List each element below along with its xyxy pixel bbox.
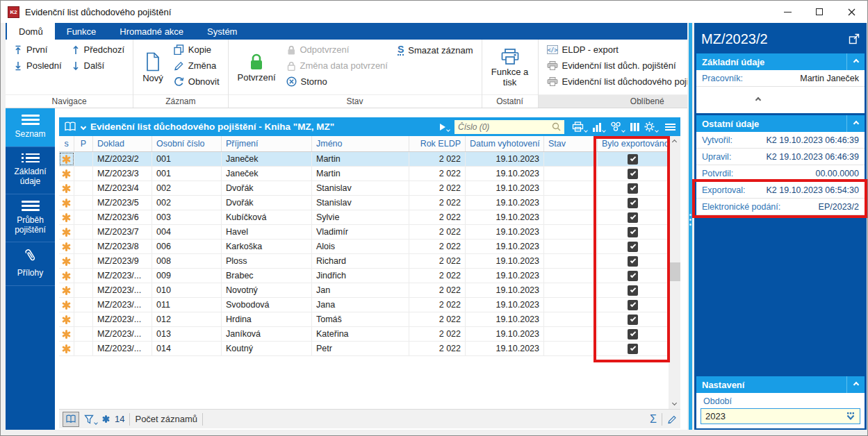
run-filter-button[interactable] [440,123,450,131]
section-header-zakladni-udaje[interactable]: Základní údaje [696,53,865,70]
checkbox-checked[interactable] [628,315,638,325]
table-row[interactable]: MZ/2023/...010NovotnýJan2 02219.10.2023 [59,283,669,298]
scroll-thumb[interactable] [669,262,680,281]
tab-hromadne-akce[interactable]: Hromadné akce [108,23,195,40]
checkbox-checked[interactable] [628,344,638,354]
section-header-ostatni-udaje[interactable]: Ostatní údaje [696,115,865,132]
table-row[interactable]: MZ/2023/...009BrabecJindřich2 02219.10.2… [59,269,669,283]
field-label[interactable]: Exportoval: [702,185,746,195]
field-label[interactable]: Elektronické podání: [702,202,780,212]
table-row[interactable]: MZ/2023/9008PlossRichard2 02219.10.2023 [59,254,669,269]
scroll-down-button[interactable] [669,397,680,409]
scroll-up-button[interactable] [669,136,680,148]
tab-domu[interactable]: Domů [7,23,55,40]
field-label[interactable]: Upravil: [702,152,731,162]
field-label[interactable]: Pracovník: [702,74,743,83]
first-button[interactable]: První [9,42,67,58]
column-header-6[interactable]: Jméno [312,136,409,151]
maximize-button[interactable] [803,1,835,23]
checkbox-checked[interactable] [628,169,638,179]
collapse-section-button[interactable] [846,115,865,132]
panel-splitter[interactable] [687,23,694,430]
field-label[interactable]: Vytvořil: [702,135,732,145]
table-row[interactable]: MZ/2023/7004HavelVladimír2 02219.10.2023 [59,225,669,240]
sidebar-item-prubeh-pojisteni[interactable]: Průběh pojištění [6,194,55,243]
filter-button[interactable] [84,414,97,424]
checkbox-checked[interactable] [628,227,638,237]
confirm-button[interactable]: Potvrzení [232,42,281,94]
table-cell: 2 022 [409,181,466,195]
column-header-9[interactable]: Stav [544,136,598,151]
tab-funkce[interactable]: Funkce [55,23,108,40]
table-row[interactable]: MZ/2023/3001JanečekMartin2 02219.10.2023 [59,167,669,181]
table-row[interactable]: MZ/2023/...014KoutnýPetr2 02219.10.2023 [59,342,669,356]
column-header-5[interactable]: Příjmení [222,136,312,151]
sidebar-item-zakladni-udaje[interactable]: Základní údaje [6,147,55,194]
chevron-down-icon[interactable] [81,124,86,129]
edit-pencil-button[interactable] [667,414,677,424]
section-header-nastaveni[interactable]: Nastavení [696,376,865,393]
open-in-window-icon[interactable] [849,33,860,44]
sidebar-item-prilohy[interactable]: Přílohy [6,242,55,286]
checkbox-checked[interactable] [628,256,638,267]
close-button[interactable] [835,1,867,23]
sum-button[interactable]: Σ [650,414,657,425]
section-body-ostatni: Vytvořil: K2 19.10.2023 06:46:39 Upravil… [696,132,865,215]
column-header-8[interactable]: Datum vyhotovení [466,136,544,151]
star-filter-icon[interactable] [102,415,110,423]
last-button[interactable]: Poslední [9,58,67,74]
refresh-button[interactable]: Obnovit [169,74,224,90]
column-header-7[interactable]: Rok ELDP [409,136,466,151]
book-view-button[interactable] [63,412,79,427]
book-icon[interactable] [64,121,76,132]
column-header-10[interactable]: Bylo exportováno [598,136,669,151]
checkbox-checked[interactable] [628,300,638,310]
sidebar-item-seznam[interactable]: Seznam [6,108,55,147]
change-button[interactable]: Změna [169,58,224,74]
table-cell: 19.10.2023 [466,283,544,297]
scroll-track[interactable] [669,148,680,397]
table-row[interactable]: MZ/2023/5002DvořákStanislav2 02219.10.20… [59,196,669,210]
menu-button[interactable] [665,123,675,131]
table-row[interactable]: MZ/2023/6003KubíčkováSylvie2 02219.10.20… [59,210,669,225]
column-header-1[interactable]: s [59,136,74,151]
checkbox-checked[interactable] [628,212,638,223]
table-row[interactable]: MZ/2023/4002DvořákStanislav2 02219.10.20… [59,181,669,196]
table-row[interactable]: MZ/2023/...012HrdinaTomáš2 02219.10.2023 [59,312,669,327]
collapse-section-button[interactable] [846,376,865,393]
delete-record-button[interactable]: S Smazat záznam [393,42,478,58]
copy-button[interactable]: Kopie [169,42,224,58]
asterisk-icon [62,344,71,353]
next-button[interactable]: Další [67,58,130,74]
period-combobox[interactable]: 2023 [701,408,860,424]
functions-print-button[interactable]: Funkce a tisk [486,42,534,94]
column-header-2[interactable]: P [74,136,93,151]
columns-button[interactable] [630,122,639,132]
column-header-3[interactable]: Doklad [93,136,152,151]
new-button[interactable]: Nový [137,42,169,94]
previous-button[interactable]: Předchozí [67,42,130,58]
checkbox-checked[interactable] [628,271,638,281]
column-header-4[interactable]: Osobní číslo [152,136,222,151]
table-row[interactable]: MZ/2023/...013JaníkováKateřina2 02219.10… [59,327,669,342]
checkbox-checked[interactable] [628,198,638,208]
table-row[interactable]: MZ/2023/...011SvobodováJana2 02219.10.20… [59,298,669,312]
checkbox-checked[interactable] [628,154,638,165]
cancel-button[interactable]: Storno [281,74,393,90]
collapse-section-button[interactable] [846,53,865,70]
field-label[interactable]: Potvrdil: [702,169,733,178]
search-input[interactable] [458,122,552,132]
minimize-button[interactable] [771,1,803,23]
checkbox-checked[interactable] [628,329,638,339]
checkbox-checked[interactable] [628,183,638,194]
related-records-button[interactable] [610,121,625,132]
settings-button[interactable] [644,121,658,132]
tab-system[interactable]: Systém [195,23,249,40]
table-row[interactable]: MZ/2023/2001JanečekMartin2 02219.10.2023 [59,152,669,167]
checkbox-checked[interactable] [628,242,638,252]
print-button[interactable] [572,121,587,132]
checkbox-checked[interactable] [628,285,638,296]
table-row[interactable]: MZ/2023/8006KarkoškaAlois2 02219.10.2023 [59,240,669,254]
vertical-scrollbar[interactable] [669,136,680,409]
chart-button[interactable] [592,122,605,132]
